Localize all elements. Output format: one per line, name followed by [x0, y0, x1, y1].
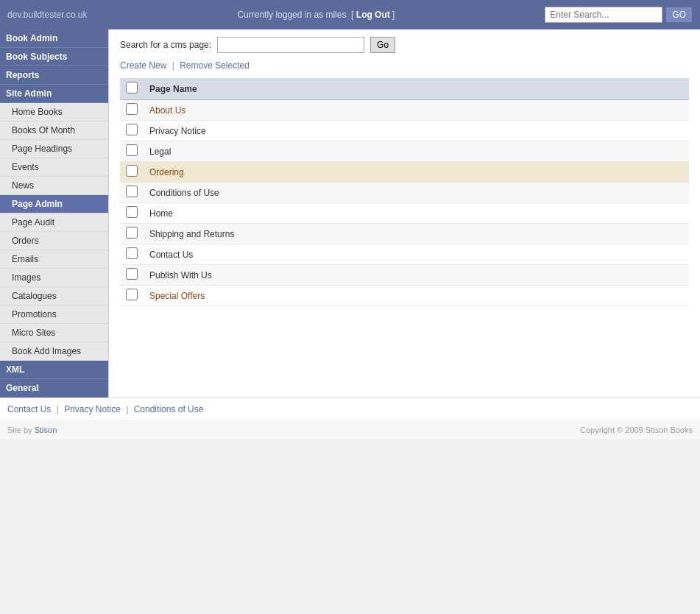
create-new-link[interactable]: Create New [120, 60, 166, 71]
row-checkbox[interactable] [126, 165, 138, 177]
row-checkbox-cell [120, 286, 144, 306]
footer-copyright-text: Copyright © 2009 Stison Books [580, 426, 693, 434]
table-row: Home [120, 203, 689, 224]
page-name-link[interactable]: Special Offers [149, 291, 205, 301]
header-search-button[interactable]: GO [665, 7, 693, 23]
logout-link[interactable]: Log Out [356, 10, 390, 20]
footer-conditions-link[interactable]: Conditions of Use [134, 404, 204, 414]
footer-sep-1: | [57, 404, 59, 414]
search-label: Search for a cms page: [120, 40, 211, 50]
row-checkbox[interactable] [126, 247, 138, 259]
page-name-link[interactable]: About Us [149, 105, 185, 116]
layout: Book AdminBook SubjectsReportsSite Admin… [0, 29, 700, 398]
sidebar-item-events[interactable]: Events [0, 158, 108, 177]
row-checkbox-cell [120, 141, 144, 162]
row-checkbox-cell [120, 162, 144, 183]
row-checkbox-cell [120, 183, 144, 203]
row-checkbox[interactable] [126, 124, 138, 135]
row-checkbox[interactable] [126, 206, 138, 218]
row-checkbox[interactable] [126, 227, 138, 239]
row-page-name: Privacy Notice [144, 121, 689, 141]
row-checkbox[interactable] [126, 268, 138, 280]
table-row: Conditions of Use [120, 183, 689, 203]
sidebar-item-page-headings[interactable]: Page Headings [0, 140, 108, 158]
actions-separator: | [172, 60, 174, 71]
header-search-input[interactable] [545, 7, 662, 23]
row-page-name: Special Offers [144, 286, 689, 306]
row-checkbox-cell [120, 244, 144, 265]
table-row: Special Offers [120, 286, 689, 306]
header-status-text: Currently logged in as miles [237, 10, 346, 20]
sidebar-item-page-admin[interactable]: Page Admin [0, 195, 108, 214]
table-row: About Us [120, 100, 689, 121]
search-bar: Search for a cms page: Go [120, 37, 689, 53]
footer-sep-2: | [126, 404, 128, 414]
select-all-cell [120, 78, 144, 100]
sidebar: Book AdminBook SubjectsReportsSite Admin… [0, 29, 109, 398]
sidebar-item-emails[interactable]: Emails [0, 250, 108, 269]
table-row: Privacy Notice [120, 121, 689, 141]
header: dev.buildtester.co.uk Currently logged i… [0, 0, 700, 29]
header-status: Currently logged in as miles [ Log Out ] [237, 10, 395, 20]
footer-privacy-link[interactable]: Privacy Notice [64, 404, 121, 414]
sidebar-item-orders[interactable]: Orders [0, 232, 108, 250]
footer-site-by: Site by Stison [7, 426, 57, 434]
cms-search-input[interactable] [217, 37, 364, 53]
remove-selected-link[interactable]: Remove Selected [180, 60, 250, 71]
sidebar-item-home-books[interactable]: Home Books [0, 103, 108, 121]
page-table: Page Name About UsPrivacy NoticeLegalOrd… [120, 78, 689, 306]
footer-copyright: Site by Stison Copyright © 2009 Stison B… [0, 420, 700, 439]
row-checkbox[interactable] [126, 144, 138, 156]
sidebar-item-page-audit[interactable]: Page Audit [0, 214, 108, 232]
row-page-name: Legal [144, 141, 689, 162]
table-row: Ordering [120, 162, 689, 183]
cms-go-button[interactable]: Go [370, 37, 395, 53]
sidebar-item-images[interactable]: Images [0, 269, 108, 287]
stison-link[interactable]: Stison [35, 426, 57, 434]
main-content: Search for a cms page: Go Create New | R… [109, 29, 700, 398]
row-checkbox-cell [120, 100, 144, 121]
sidebar-item-reports[interactable]: Reports [0, 66, 108, 85]
table-header-row: Page Name [120, 78, 689, 100]
row-checkbox[interactable] [126, 186, 138, 197]
row-page-name: Home [144, 203, 689, 224]
table-row: Publish With Us [120, 265, 689, 286]
table-body: About UsPrivacy NoticeLegalOrderingCondi… [120, 100, 689, 306]
header-logo: dev.buildtester.co.uk [7, 10, 88, 20]
row-page-name: Conditions of Use [144, 183, 689, 203]
sidebar-item-book-add-images[interactable]: Book Add Images [0, 342, 108, 361]
table-row: Contact Us [120, 244, 689, 265]
sidebar-item-book-subjects[interactable]: Book Subjects [0, 48, 108, 66]
row-checkbox[interactable] [126, 103, 138, 115]
row-page-name: Contact Us [144, 244, 689, 265]
table-row: Shipping and Returns [120, 224, 689, 244]
row-checkbox-cell [120, 224, 144, 244]
row-checkbox-cell [120, 121, 144, 141]
sidebar-item-catalogues[interactable]: Catalogues [0, 287, 108, 306]
select-all-checkbox[interactable] [126, 82, 138, 93]
row-checkbox-cell [120, 203, 144, 224]
row-page-name: About Us [144, 100, 689, 121]
footer-contact-link[interactable]: Contact Us [7, 404, 51, 414]
table-row: Legal [120, 141, 689, 162]
sidebar-item-news[interactable]: News [0, 177, 108, 195]
sidebar-item-books-of-month[interactable]: Books Of Month [0, 121, 108, 140]
row-page-name: Shipping and Returns [144, 224, 689, 244]
row-page-name: Ordering [144, 162, 689, 183]
page-name-link[interactable]: Ordering [149, 167, 184, 177]
sidebar-item-general[interactable]: General [0, 379, 108, 398]
sidebar-item-promotions[interactable]: Promotions [0, 306, 108, 324]
sidebar-item-site-admin[interactable]: Site Admin [0, 85, 108, 103]
footer-links: Contact Us | Privacy Notice | Conditions… [0, 398, 700, 420]
actions-bar: Create New | Remove Selected [120, 60, 689, 71]
sidebar-item-micro-sites[interactable]: Micro Sites [0, 324, 108, 342]
row-checkbox[interactable] [126, 289, 138, 300]
row-page-name: Publish With Us [144, 265, 689, 286]
sidebar-item-xml[interactable]: XML [0, 361, 108, 379]
header-search-area: GO [545, 7, 693, 23]
page-name-header: Page Name [144, 78, 689, 100]
row-checkbox-cell [120, 265, 144, 286]
sidebar-item-book-admin[interactable]: Book Admin [0, 29, 108, 48]
